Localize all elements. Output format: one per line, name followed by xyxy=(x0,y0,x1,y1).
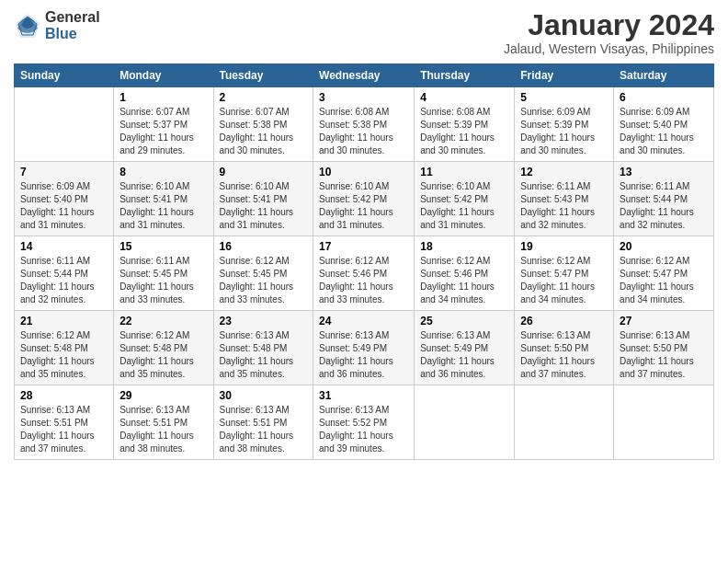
day-number: 5 xyxy=(520,91,608,104)
calendar-header-row: SundayMondayTuesdayWednesdayThursdayFrid… xyxy=(15,64,714,87)
day-detail: Sunrise: 6:11 AMSunset: 5:44 PMDaylight:… xyxy=(20,255,108,306)
day-detail: Sunrise: 6:09 AMSunset: 5:39 PMDaylight:… xyxy=(520,106,608,157)
logo: General Blue xyxy=(14,9,100,41)
table-row: 12Sunrise: 6:11 AMSunset: 5:43 PMDayligh… xyxy=(515,162,614,236)
day-number: 27 xyxy=(620,315,708,327)
day-detail: Sunrise: 6:11 AMSunset: 5:45 PMDaylight:… xyxy=(119,255,207,306)
calendar-week-3: 14Sunrise: 6:11 AMSunset: 5:44 PMDayligh… xyxy=(15,236,714,311)
day-header-sunday: Sunday xyxy=(15,64,114,87)
day-detail: Sunrise: 6:12 AMSunset: 5:48 PMDaylight:… xyxy=(20,329,108,381)
day-detail: Sunrise: 6:13 AMSunset: 5:50 PMDaylight:… xyxy=(620,329,708,381)
day-number: 15 xyxy=(119,240,207,253)
day-detail: Sunrise: 6:09 AMSunset: 5:40 PMDaylight:… xyxy=(620,106,708,157)
calendar-week-1: 1Sunrise: 6:07 AMSunset: 5:37 PMDaylight… xyxy=(15,87,714,162)
day-header-thursday: Thursday xyxy=(415,64,515,87)
month-title: January 2024 xyxy=(504,9,714,41)
day-detail: Sunrise: 6:12 AMSunset: 5:45 PMDaylight:… xyxy=(220,255,308,306)
day-detail: Sunrise: 6:13 AMSunset: 5:49 PMDaylight:… xyxy=(420,329,508,381)
day-detail: Sunrise: 6:12 AMSunset: 5:48 PMDaylight:… xyxy=(119,329,207,381)
day-number: 10 xyxy=(319,166,408,178)
day-number: 17 xyxy=(319,240,408,253)
day-detail: Sunrise: 6:08 AMSunset: 5:38 PMDaylight:… xyxy=(319,106,408,157)
day-header-monday: Monday xyxy=(114,64,213,87)
day-number: 11 xyxy=(420,166,508,178)
location-subtitle: Jalaud, Western Visayas, Philippines xyxy=(504,41,714,56)
calendar-week-5: 28Sunrise: 6:13 AMSunset: 5:51 PMDayligh… xyxy=(15,385,714,460)
day-detail: Sunrise: 6:10 AMSunset: 5:41 PMDaylight:… xyxy=(119,180,207,232)
day-number: 3 xyxy=(319,91,408,104)
day-detail: Sunrise: 6:09 AMSunset: 5:40 PMDaylight:… xyxy=(20,180,108,232)
table-row: 24Sunrise: 6:13 AMSunset: 5:49 PMDayligh… xyxy=(313,311,415,385)
day-detail: Sunrise: 6:13 AMSunset: 5:52 PMDaylight:… xyxy=(319,404,408,455)
day-detail: Sunrise: 6:07 AMSunset: 5:38 PMDaylight:… xyxy=(220,106,308,157)
day-number: 31 xyxy=(319,389,408,402)
table-row xyxy=(515,385,614,460)
day-number: 18 xyxy=(420,240,508,253)
table-row xyxy=(15,87,114,162)
table-row: 14Sunrise: 6:11 AMSunset: 5:44 PMDayligh… xyxy=(15,236,114,311)
day-detail: Sunrise: 6:12 AMSunset: 5:47 PMDaylight:… xyxy=(520,255,608,306)
day-detail: Sunrise: 6:13 AMSunset: 5:49 PMDaylight:… xyxy=(319,329,408,381)
day-number: 2 xyxy=(220,91,308,104)
day-detail: Sunrise: 6:13 AMSunset: 5:50 PMDaylight:… xyxy=(520,329,608,381)
table-row: 6Sunrise: 6:09 AMSunset: 5:40 PMDaylight… xyxy=(614,87,714,162)
table-row: 10Sunrise: 6:10 AMSunset: 5:42 PMDayligh… xyxy=(313,162,415,236)
table-row: 4Sunrise: 6:08 AMSunset: 5:39 PMDaylight… xyxy=(415,87,515,162)
table-row: 18Sunrise: 6:12 AMSunset: 5:46 PMDayligh… xyxy=(415,236,515,311)
day-number: 30 xyxy=(220,389,308,402)
table-row: 23Sunrise: 6:13 AMSunset: 5:48 PMDayligh… xyxy=(213,311,313,385)
day-detail: Sunrise: 6:12 AMSunset: 5:47 PMDaylight:… xyxy=(620,255,708,306)
table-row: 1Sunrise: 6:07 AMSunset: 5:37 PMDaylight… xyxy=(114,87,213,162)
table-row: 7Sunrise: 6:09 AMSunset: 5:40 PMDaylight… xyxy=(15,162,114,236)
table-row: 3Sunrise: 6:08 AMSunset: 5:38 PMDaylight… xyxy=(313,87,415,162)
day-number: 20 xyxy=(620,240,708,253)
day-header-friday: Friday xyxy=(515,64,614,87)
day-number: 23 xyxy=(220,315,308,327)
table-row: 9Sunrise: 6:10 AMSunset: 5:41 PMDaylight… xyxy=(213,162,313,236)
day-number: 19 xyxy=(520,240,608,253)
table-row: 25Sunrise: 6:13 AMSunset: 5:49 PMDayligh… xyxy=(415,311,515,385)
logo-general: General xyxy=(45,9,100,26)
day-detail: Sunrise: 6:10 AMSunset: 5:41 PMDaylight:… xyxy=(220,180,308,232)
day-detail: Sunrise: 6:07 AMSunset: 5:37 PMDaylight:… xyxy=(119,106,207,157)
day-number: 7 xyxy=(20,166,108,178)
table-row: 27Sunrise: 6:13 AMSunset: 5:50 PMDayligh… xyxy=(614,311,714,385)
day-detail: Sunrise: 6:13 AMSunset: 5:51 PMDaylight:… xyxy=(220,404,308,455)
day-detail: Sunrise: 6:13 AMSunset: 5:51 PMDaylight:… xyxy=(20,404,108,455)
table-row: 30Sunrise: 6:13 AMSunset: 5:51 PMDayligh… xyxy=(213,385,313,460)
day-header-wednesday: Wednesday xyxy=(313,64,415,87)
day-detail: Sunrise: 6:11 AMSunset: 5:44 PMDaylight:… xyxy=(620,180,708,232)
table-row xyxy=(415,385,515,460)
day-number: 12 xyxy=(520,166,608,178)
calendar-table: SundayMondayTuesdayWednesdayThursdayFrid… xyxy=(14,63,714,460)
table-row: 26Sunrise: 6:13 AMSunset: 5:50 PMDayligh… xyxy=(515,311,614,385)
logo-icon xyxy=(14,12,41,40)
calendar-week-4: 21Sunrise: 6:12 AMSunset: 5:48 PMDayligh… xyxy=(15,311,714,385)
day-detail: Sunrise: 6:11 AMSunset: 5:43 PMDaylight:… xyxy=(520,180,608,232)
day-number: 13 xyxy=(620,166,708,178)
day-header-saturday: Saturday xyxy=(614,64,714,87)
table-row: 20Sunrise: 6:12 AMSunset: 5:47 PMDayligh… xyxy=(614,236,714,311)
page-header: General Blue January 2024 Jalaud, Wester… xyxy=(14,9,714,56)
table-row: 21Sunrise: 6:12 AMSunset: 5:48 PMDayligh… xyxy=(15,311,114,385)
logo-text: General Blue xyxy=(45,9,100,41)
day-detail: Sunrise: 6:13 AMSunset: 5:48 PMDaylight:… xyxy=(220,329,308,381)
table-row: 8Sunrise: 6:10 AMSunset: 5:41 PMDaylight… xyxy=(114,162,213,236)
logo-blue: Blue xyxy=(45,26,100,42)
day-number: 6 xyxy=(620,91,708,104)
day-detail: Sunrise: 6:13 AMSunset: 5:51 PMDaylight:… xyxy=(119,404,207,455)
day-number: 8 xyxy=(119,166,207,178)
table-row xyxy=(614,385,714,460)
table-row: 11Sunrise: 6:10 AMSunset: 5:42 PMDayligh… xyxy=(415,162,515,236)
day-number: 16 xyxy=(220,240,308,253)
day-detail: Sunrise: 6:10 AMSunset: 5:42 PMDaylight:… xyxy=(420,180,508,232)
table-row: 31Sunrise: 6:13 AMSunset: 5:52 PMDayligh… xyxy=(313,385,415,460)
day-number: 26 xyxy=(520,315,608,327)
table-row: 15Sunrise: 6:11 AMSunset: 5:45 PMDayligh… xyxy=(114,236,213,311)
day-detail: Sunrise: 6:12 AMSunset: 5:46 PMDaylight:… xyxy=(319,255,408,306)
day-detail: Sunrise: 6:12 AMSunset: 5:46 PMDaylight:… xyxy=(420,255,508,306)
day-number: 21 xyxy=(20,315,108,327)
table-row: 17Sunrise: 6:12 AMSunset: 5:46 PMDayligh… xyxy=(313,236,415,311)
day-number: 28 xyxy=(20,389,108,402)
table-row: 28Sunrise: 6:13 AMSunset: 5:51 PMDayligh… xyxy=(15,385,114,460)
